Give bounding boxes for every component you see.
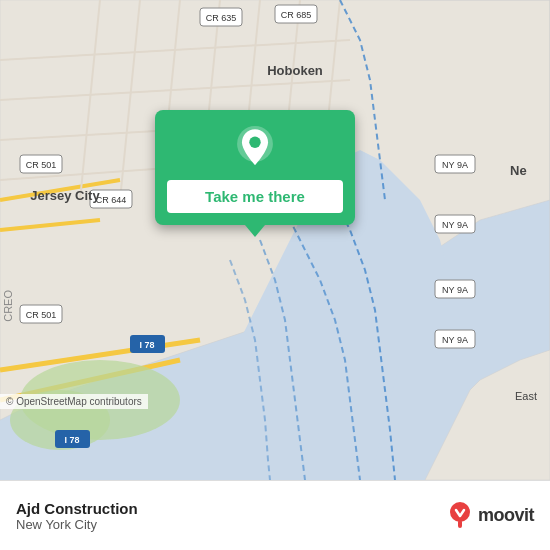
svg-text:Jersey City: Jersey City (30, 188, 100, 203)
svg-text:CR 501: CR 501 (26, 160, 57, 170)
location-info: Ajd Construction New York City (16, 500, 138, 532)
svg-text:NY 9A: NY 9A (442, 285, 468, 295)
location-name: Ajd Construction (16, 500, 138, 517)
map-container: CR 635 CR 685 CR 501 CR 644 CR 501 I 78 … (0, 0, 550, 480)
svg-text:CR 685: CR 685 (281, 10, 312, 20)
location-city: New York City (16, 517, 138, 532)
moovit-logo: moovit (446, 502, 534, 530)
moovit-logo-icon (446, 502, 474, 530)
svg-text:East: East (515, 390, 537, 402)
bottom-bar: Ajd Construction New York City moovit (0, 480, 550, 550)
svg-text:CR 644: CR 644 (96, 195, 127, 205)
svg-text:I 78: I 78 (139, 340, 154, 350)
popup-card: Take me there (155, 110, 355, 225)
svg-text:I 78: I 78 (64, 435, 79, 445)
take-me-there-button[interactable]: Take me there (167, 180, 343, 213)
creo-watermark: CREO (2, 290, 14, 322)
svg-text:NY 9A: NY 9A (442, 160, 468, 170)
moovit-text: moovit (478, 505, 534, 526)
svg-point-49 (249, 137, 260, 148)
svg-point-50 (450, 502, 470, 522)
svg-text:Hoboken: Hoboken (267, 63, 323, 78)
svg-text:NY 9A: NY 9A (442, 335, 468, 345)
map-attribution: © OpenStreetMap contributors (0, 394, 148, 409)
svg-text:CR 501: CR 501 (26, 310, 57, 320)
svg-text:CR 635: CR 635 (206, 13, 237, 23)
location-pin-icon (233, 126, 277, 170)
svg-text:Ne: Ne (510, 163, 527, 178)
svg-text:NY 9A: NY 9A (442, 220, 468, 230)
svg-rect-51 (458, 520, 462, 528)
